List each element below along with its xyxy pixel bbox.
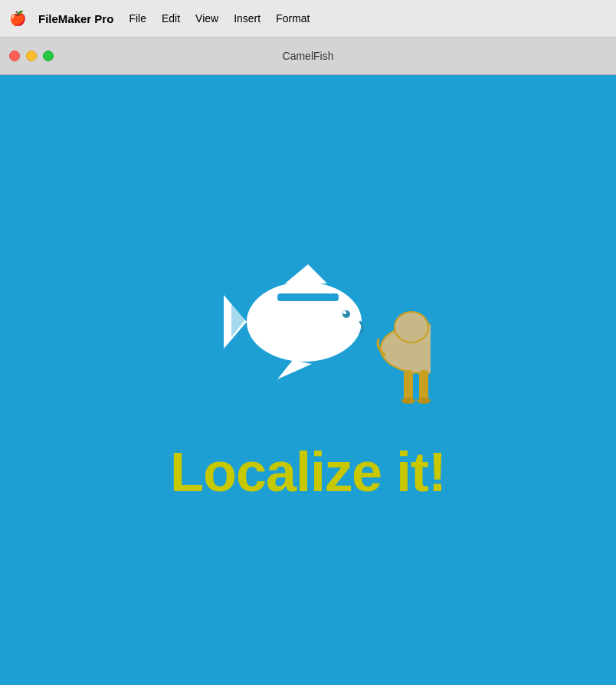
window-controls: [9, 51, 54, 61]
svg-rect-15: [404, 370, 413, 401]
svg-point-19: [401, 398, 415, 404]
window-title: CamelFish: [283, 50, 334, 62]
svg-marker-8: [277, 360, 312, 379]
menu-edit[interactable]: Edit: [162, 12, 180, 25]
app-name[interactable]: FileMaker Pro: [38, 12, 113, 25]
menu-format[interactable]: Format: [276, 12, 310, 25]
titlebar: CamelFish: [0, 38, 616, 75]
menu-view[interactable]: View: [195, 12, 218, 25]
svg-point-6: [342, 310, 350, 318]
svg-point-20: [417, 398, 431, 404]
menubar: 🍎 FileMaker Pro File Edit View Insert Fo…: [0, 0, 616, 38]
close-button[interactable]: [9, 51, 20, 61]
logo-container: [185, 241, 431, 410]
svg-marker-2: [285, 264, 327, 284]
apple-menu[interactable]: 🍎: [9, 10, 26, 27]
main-content: Localize it!: [0, 75, 616, 685]
camelfish-logo: [185, 241, 431, 410]
svg-rect-3: [277, 293, 339, 301]
maximize-button[interactable]: [43, 51, 54, 61]
svg-rect-16: [419, 370, 428, 401]
menu-file[interactable]: File: [129, 12, 146, 25]
svg-marker-4: [231, 303, 247, 337]
menu-insert[interactable]: Insert: [234, 12, 260, 25]
tagline: Localize it!: [170, 441, 446, 503]
svg-point-10: [395, 312, 428, 342]
minimize-button[interactable]: [26, 51, 37, 61]
svg-point-7: [343, 311, 346, 314]
